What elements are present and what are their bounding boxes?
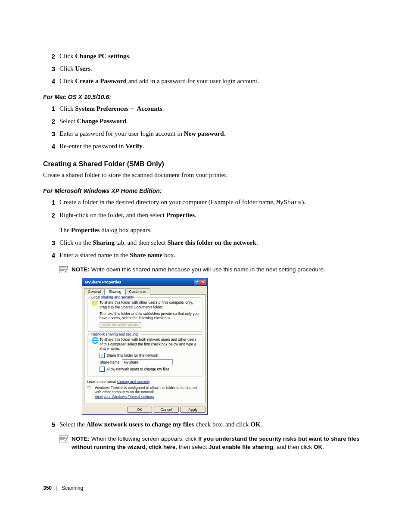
network-share-text: To share this folder with both network u… [100,337,199,351]
learn-more: Learn more about sharing and security. [87,380,202,384]
step-item: 4Re-enter the password in Verify. [43,142,368,151]
step-body: Enter a shared name in the Share name bo… [59,251,368,260]
close-icon[interactable]: × [200,280,206,285]
tab-customize[interactable]: Customize [125,288,150,295]
steps-xp-c: 5Select the Allow network users to chang… [43,420,368,429]
group-title: Network sharing and security [90,332,140,336]
step-number: 3 [43,238,59,247]
step-item: 1Create a folder in the desired director… [43,198,368,207]
group-title: Local sharing and security [90,295,135,299]
note-following-screen: NOTE: When the following screen appears,… [43,435,368,451]
share-on-network-checkbox[interactable]: ✓Share this folder on the network [100,353,199,358]
tab-general[interactable]: General [84,288,105,295]
page-content: 2Click Change PC settings. 3Click Users.… [0,0,411,508]
steps-change-pc: 2Click Change PC settings. 3Click Users.… [43,52,368,86]
screenshot-properties-dialog: MyShare Properties ? × General Sharing C… [43,278,368,414]
step-item: 4Click Create a Password and add in a pa… [43,77,368,86]
step-item: 3Enter a password for your user login ac… [43,129,368,138]
note-write-down: NOTE: Write down this shared name becaus… [43,266,368,274]
dialog-buttons: OK Cancel Apply [82,405,207,414]
heading-xp: For Microsoft Windows XP Home Edition: [43,187,368,194]
note-text: NOTE: When the following screen appears,… [72,435,368,451]
step-item: 4Enter a shared name in the Share name b… [43,251,368,260]
step-body: Click Change PC settings. [59,52,368,61]
step-body: Enter a password for your user login acc… [59,129,368,138]
step-item: 2Right-click on the folder, and then sel… [43,211,368,220]
step-item: 3Click Users. [43,64,368,73]
step-body: Select the Allow network users to change… [59,420,368,429]
step-body: Click Create a Password and add in a pas… [59,77,368,86]
step-item: 2Click Change PC settings. [43,52,368,61]
note-text: NOTE: Write down this shared name becaus… [72,266,368,274]
firewall-settings-link[interactable]: View your Windows Firewall settings [95,395,202,399]
xp-tabs: General Sharing Customize [82,286,207,294]
steps-xp-a: 1Create a folder in the desired director… [43,198,368,220]
step-number: 2 [43,211,59,220]
xp-dialog: MyShare Properties ? × General Sharing C… [82,278,208,414]
apply-button[interactable]: Apply [181,407,206,413]
step-number: 4 [43,251,59,260]
firewall-notice: 🛡 Windows Firewall is configured to allo… [87,386,202,399]
step-body: Select Change Password. [59,117,368,126]
help-icon[interactable]: ? [194,280,200,285]
tab-sharing[interactable]: Sharing [105,288,125,295]
step-item: 2Select Change Password. [43,117,368,126]
step-body: Click System Preferences→ Accounts. [59,104,368,113]
step-number: 1 [43,198,59,207]
step-body: Click on the Sharing tab, and then selec… [59,238,368,247]
page-number: 350 [43,485,52,491]
page-footer: 350 | Scanning [43,485,83,491]
step-number: 1 [43,104,59,113]
ok-button[interactable]: OK [127,407,152,413]
step-body: Click Users. [59,64,368,73]
footer-divider: | [56,485,57,491]
checkbox-unchecked-icon [100,367,105,372]
properties-appears: The Properties dialog box appears. [43,226,368,235]
group-network-sharing: Network sharing and security 🌐 To share … [87,334,202,377]
group-local-sharing: Local sharing and security 📁 To share th… [87,297,202,332]
section-name: Scanning [62,485,83,491]
make-private-checkbox: Make this folder private [100,322,141,328]
step-number: 4 [43,77,59,86]
shared-documents-link[interactable]: Shared Documents [121,305,153,309]
step-body: Create a folder in the desired directory… [59,198,368,207]
cancel-button[interactable]: Cancel [154,407,179,413]
dialog-title: MyShare Properties [85,280,193,284]
step-body: Re-enter the password in Verify. [59,142,368,151]
folder-icon: 📁 [90,300,100,306]
step-number: 2 [43,52,59,61]
checkbox-checked-icon: ✓ [100,353,105,358]
step-item: 3Click on the Sharing tab, and then sele… [43,238,368,247]
share-name-input[interactable] [122,359,173,365]
sharing-security-link[interactable]: sharing and security [117,380,149,384]
network-folder-icon: 🌐 [90,337,100,343]
steps-mac: 1Click System Preferences→ Accounts. 2Se… [43,104,368,151]
step-body: Right-click on the folder, and then sele… [59,211,368,220]
step-number: 5 [43,420,59,429]
step-number: 3 [43,129,59,138]
heading-mac: For Mac OS X 10.5/10.6: [43,93,368,100]
step-item: 5Select the Allow network users to chang… [43,420,368,429]
pencil-icon [59,266,68,273]
step-number: 2 [43,117,59,126]
step-number: 3 [43,64,59,73]
tab-body: Local sharing and security 📁 To share th… [84,294,206,403]
local-share-text: To share this folder with other users of… [100,300,199,309]
step-number: 4 [43,142,59,151]
xp-titlebar: MyShare Properties ? × [82,278,207,286]
share-name-label: Share name: [100,360,122,364]
share-name-field: Share name: [100,359,199,365]
private-text: To make this folder and its subfolders p… [100,311,199,320]
pencil-icon [59,436,68,442]
heading-smb: Creating a Shared Folder (SMB Only) [43,160,368,168]
allow-change-checkbox[interactable]: Allow network users to change my files [100,367,199,372]
steps-xp-b: 3Click on the Sharing tab, and then sele… [43,238,368,260]
smb-intro: Create a shared folder to store the scan… [43,171,368,180]
step-item: 1Click System Preferences→ Accounts. [43,104,368,113]
shield-icon: 🛡 [87,386,93,390]
